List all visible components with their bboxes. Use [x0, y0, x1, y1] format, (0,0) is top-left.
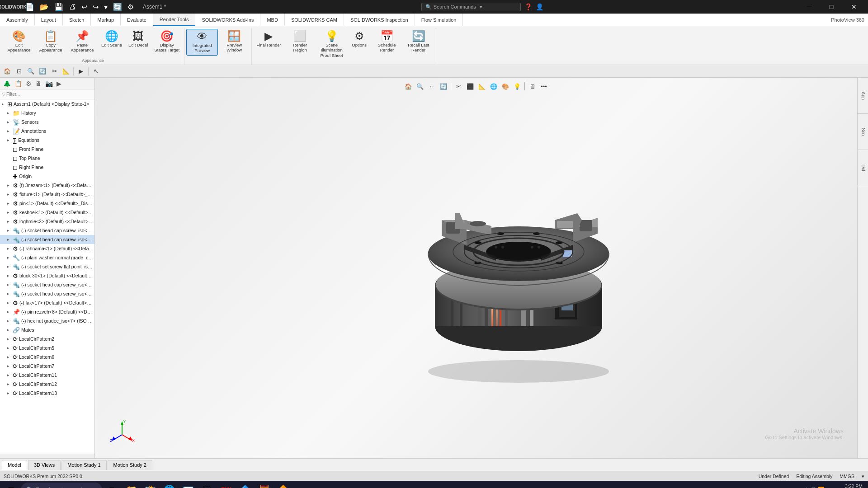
list-item[interactable]: ▸ 🔩 (-) socket head cap screw_iso<1> (IS… [0, 226, 94, 235]
command-search[interactable]: 🔍 Search Commands ▾ [421, 3, 521, 11]
stb-zoom-in[interactable]: 🔍 [25, 66, 36, 77]
edit-appearance-button[interactable]: 🎨 Edit Appearance [4, 29, 34, 55]
taskbar-app-misc[interactable]: 🔶 [274, 482, 292, 488]
3d-viewport[interactable]: 🏠 🔍 ↔ 🔄 ✂ ⬛ 📐 🌐 🎨 💡 🖥 ••• [95, 78, 857, 458]
vp-scene[interactable]: 🌐 [488, 81, 499, 91]
list-item[interactable]: ▸ 📌 (-) pin rezveh<8> (Default) <<Defaul… [0, 307, 94, 316]
list-item[interactable]: ▸ 🔩 (-) socket set screw flat point_iso<… [0, 262, 94, 271]
tab-mbd[interactable]: MBD [260, 14, 284, 26]
tab-render-tools[interactable]: Render Tools [153, 14, 196, 26]
list-item[interactable]: ▸ ⟳ LocalCirPattern5 [0, 343, 94, 352]
close-button[interactable]: ✕ [844, 0, 864, 14]
tab-motion-study-2[interactable]: Motion Study 2 [108, 460, 152, 470]
right-tab-scenes[interactable]: Scn [858, 114, 868, 150]
list-item[interactable]: ▸ ⚙ pin<1> (Default) <<Default>_Display … [0, 199, 94, 208]
tree-tb-camera[interactable]: 📷 [44, 79, 54, 88]
tab-markup[interactable]: Markup [91, 14, 121, 26]
right-tab-appearance[interactable]: App [858, 78, 868, 114]
list-item[interactable]: ▸ ⚙ fixture<1> (Default) <<Default>_Disp… [0, 190, 94, 199]
list-item[interactable]: ▸ 🔗 Mates [0, 325, 94, 334]
list-item[interactable]: ▸ ⟳ LocalCirPattern2 [0, 334, 94, 343]
tree-tb-display[interactable]: 🖥 [34, 79, 43, 88]
horizontal-scrollbar[interactable] [0, 454, 94, 458]
start-button[interactable]: ⊞ [2, 482, 20, 488]
tab-3d-views[interactable]: 3D Views [28, 460, 61, 470]
search-dropdown-icon[interactable]: ▾ [480, 4, 482, 10]
options-button[interactable]: ⚙ Options [348, 29, 371, 49]
scene-illumination-button[interactable]: 💡 Scene Illumination Proof Sheet [316, 29, 347, 60]
taskbar-app-security[interactable]: 🛡 [198, 482, 216, 488]
statusbar-units-dropdown[interactable]: ▾ [862, 474, 864, 479]
taskbar-app-browser[interactable]: 🌐 [160, 482, 178, 488]
tree-tb-featuretree[interactable]: 🌲 [2, 79, 12, 88]
vp-pan[interactable]: ↔ [426, 81, 437, 91]
photoview-menu[interactable]: PhotoView 360 [831, 14, 868, 26]
paste-appearance-button[interactable]: 📌 Paste Appearance [67, 29, 98, 55]
list-item[interactable]: ▸ ⚙ keshoei<1> (Default) <<Default>_Disp… [0, 208, 94, 217]
tree-tb-more[interactable]: ▶ [55, 79, 63, 88]
tab-flow-simulation[interactable]: Flow Simulation [415, 14, 463, 26]
list-item[interactable]: ▸ ⚙ (-) rahnama<1> (Default) <<Default>_… [0, 244, 94, 253]
stb-view[interactable]: 📐 [61, 66, 71, 77]
list-item[interactable]: ▸ ⟳ LocalCirPattern13 [0, 389, 94, 398]
qa-new[interactable]: 📄 [24, 2, 36, 12]
tab-assembly[interactable]: Assembly [0, 14, 35, 26]
qa-open[interactable]: 📂 [38, 2, 51, 12]
list-item[interactable]: ▸ ⚙ bluok 30<1> (Default) <<Default>_Dis… [0, 271, 94, 280]
login-icon[interactable]: 👤 [536, 3, 543, 10]
tree-root-item[interactable]: ▸ ⊞ Assem1 (Default) <Display State-1> [0, 99, 94, 108]
qa-undo[interactable]: ↩ [80, 2, 89, 12]
list-item[interactable]: ◻ Top Plane [0, 154, 94, 163]
tree-tb-config[interactable]: ⚙ [24, 79, 33, 88]
vp-appearance[interactable]: 🎨 [500, 81, 511, 91]
preview-window-button[interactable]: 🪟 Preview Window [219, 29, 250, 55]
qa-print[interactable]: 🖨 [67, 2, 78, 12]
vp-realview[interactable]: 💡 [512, 81, 523, 91]
list-item[interactable]: ▸ ⚙ (-) fak<17> (Default) <<Default>_Dis… [0, 298, 94, 307]
edit-scene-button[interactable]: 🌐 Edit Scene [99, 29, 125, 49]
vp-display-mode[interactable]: 🖥 [527, 81, 538, 91]
display-states-target-button[interactable]: 🎯 Display States Target [151, 29, 182, 55]
render-region-button[interactable]: ⬜ Render Region [285, 29, 316, 55]
list-item[interactable]: ▸ 🔩 (-) hex nut gradec_iso<7> (ISO - 403… [0, 316, 94, 325]
taskbar-search[interactable]: 🔍 Type here to search [21, 483, 102, 488]
list-item[interactable]: ▸ 🔩 (-) socket head cap screw_iso<13> (I… [0, 289, 94, 298]
taskbar-app-calculator[interactable]: 🧮 [255, 482, 273, 488]
vp-display-style[interactable]: ⬛ [465, 81, 476, 91]
tab-evaluate[interactable]: Evaluate [121, 14, 153, 26]
list-item[interactable]: ▸ ⚙ (f) 3nezam<1> (Default) <<Default>_D… [0, 181, 94, 190]
final-render-button[interactable]: ▶ Final Render [254, 29, 283, 49]
stb-home[interactable]: 🏠 [2, 66, 13, 77]
list-item[interactable]: ▸ ⚙ loghmie<2> (Default) <<Default>_Disp… [0, 217, 94, 226]
taskbar-app-browser2[interactable]: 🔷 [236, 482, 254, 488]
tab-sw-inspection[interactable]: SOLIDWORKS Inspection [344, 14, 415, 26]
stb-select-cursor[interactable]: ↖ [90, 66, 101, 77]
list-item[interactable]: ▸ 📝 Annotations [0, 127, 94, 136]
tray-time[interactable]: 3:22 PM 11/21/2023 [839, 483, 863, 488]
list-item[interactable]: ▸ 📡 Sensors [0, 117, 94, 127]
stb-section[interactable]: ✂ [49, 66, 60, 77]
task-view-button[interactable]: ⧉ [103, 482, 121, 488]
taskbar-app-mail[interactable]: 📧 [179, 482, 197, 488]
taskbar-app-solidworks[interactable]: SW [217, 482, 235, 488]
list-item[interactable]: ▸ 🔧 (-) plain washer normal grade_c_iso<… [0, 253, 94, 262]
list-item[interactable]: ◻ Right Plane [0, 163, 94, 172]
copy-appearance-button[interactable]: 📋 Copy Appearance [35, 29, 66, 55]
tab-motion-study-1[interactable]: Motion Study 1 [61, 460, 106, 470]
integrated-preview-button[interactable]: 👁 Integrated Preview [186, 29, 218, 56]
qa-redo[interactable]: ↪ [91, 2, 100, 12]
schedule-render-button[interactable]: 📅 Schedule Render [372, 29, 402, 55]
recall-last-render-button[interactable]: 🔄 Recall Last Render [403, 29, 434, 55]
list-item[interactable]: ▸ 🔩 (-) socket head cap screw_iso<2> (IS… [0, 235, 94, 244]
vp-view-orientation[interactable]: 📐 [476, 81, 487, 91]
list-item[interactable]: ▸ 🔩 (-) socket head cap screw_iso<12> (I… [0, 280, 94, 289]
list-item[interactable]: ▸ ∑ Equations [0, 136, 94, 145]
list-item[interactable]: ▸ ⟳ LocalCirPattern7 [0, 361, 94, 371]
list-item[interactable]: ◻ Front Plane [0, 145, 94, 154]
filter-input[interactable] [6, 92, 74, 97]
solidworks-logo[interactable]: ● SOLIDWORKS [4, 0, 20, 14]
minimize-button[interactable]: ─ [798, 0, 819, 14]
edit-decal-button[interactable]: 🖼 Edit Decal [126, 29, 151, 49]
list-item[interactable]: ▸ ⟳ LocalCirPattern12 [0, 380, 94, 389]
tab-sketch[interactable]: Sketch [63, 14, 91, 26]
